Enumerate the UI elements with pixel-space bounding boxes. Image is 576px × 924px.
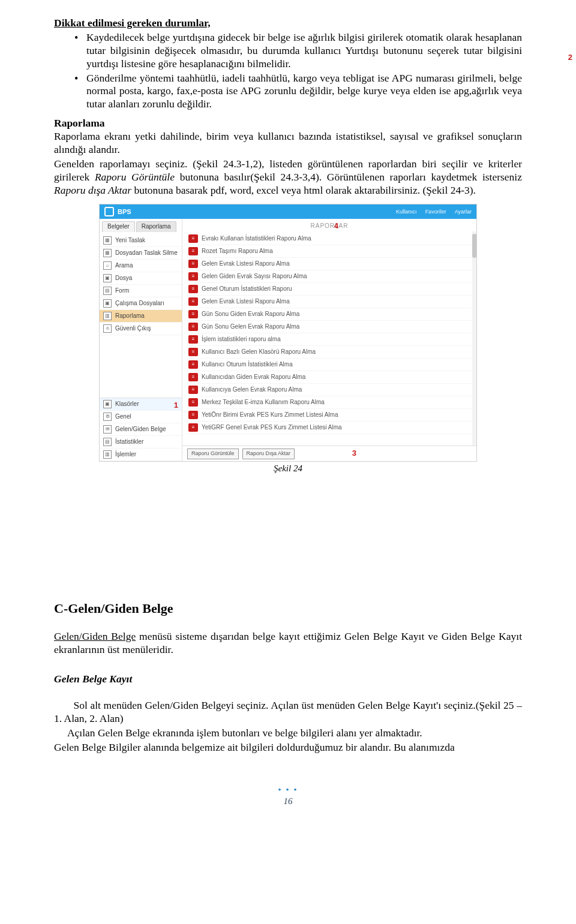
page-footer: • • • 16: [54, 784, 522, 807]
lbottom-label: İstatistikler: [115, 438, 143, 446]
dikkat-heading: Dikkat edilmesi gereken durumlar,: [54, 17, 522, 30]
stats-icon: ▤: [103, 438, 112, 446]
gg-para: Gelen/Giden Belge menüsü sisteme dışarıd…: [54, 630, 522, 657]
right-header: RAPORLAR 4: [182, 219, 476, 231]
tab-belgeler[interactable]: Belgeler: [102, 221, 135, 232]
section-c-heading: C-Gelen/Giden Belge: [54, 600, 522, 617]
report-list-item[interactable]: ≡Gün Sonu Giden Evrak Raporu Alma: [187, 308, 472, 321]
folder-icon: ▣: [103, 400, 112, 408]
report-item-label: Kullanıcı Bazlı Gelen Klasörü Raporu Alm…: [202, 348, 316, 356]
bullet-1: Kaydedilecek belge yurtdışına gidecek bi…: [54, 31, 522, 71]
report-icon: ▥: [103, 312, 112, 320]
ops-icon: ▥: [103, 450, 112, 459]
report-badge-icon: ≡: [188, 272, 198, 281]
report-item-label: Rozet Taşımı Raporu Alma: [202, 248, 273, 255]
report-list-item[interactable]: ≡Gelen Evrak Listesi Raporu Alma: [187, 258, 472, 270]
bullet-2: Gönderilme yöntemi taahhütlü, iadeli taa…: [54, 72, 522, 112]
bullet-1-text: Kaydedilecek belge yurtdışına gidecek bi…: [86, 31, 522, 70]
report-list-item[interactable]: ≡Kullanıcıya Gelen Evrak Raporu Alma: [187, 384, 472, 396]
header-user[interactable]: Kullanıcı: [396, 209, 417, 215]
report-list-item[interactable]: ≡YetiGRF Genel Evrak PES Kurs Zimmet Lis…: [187, 422, 472, 434]
callout-1: 1: [174, 401, 178, 410]
rp2-italic1: Raporu Görüntüle: [95, 171, 175, 183]
report-badge-icon: ≡: [188, 423, 198, 432]
lnav-label: Arama: [115, 262, 133, 270]
lbottom-islemler[interactable]: ▥ İşlemler: [100, 449, 182, 461]
btn-raporu-disa-aktar[interactable]: Raporu Dışa Aktar: [242, 449, 295, 459]
lnav-arama[interactable]: ⌕ Arama: [100, 260, 182, 272]
gg-underline: Gelen/Giden Belge: [54, 630, 136, 642]
report-list-item[interactable]: ≡Rozet Taşımı Raporu Alma: [187, 245, 472, 258]
report-item-label: Gelen Evrak Listesi Raporu Alma: [202, 298, 290, 306]
lnav-dosya[interactable]: ▣ Dosya: [100, 272, 182, 285]
lbottom-genel[interactable]: ⚙ Genel: [100, 411, 182, 423]
report-item-label: Gelen Giden Evrak Sayısı Raporu Alma: [202, 273, 307, 281]
report-badge-icon: ≡: [188, 297, 198, 306]
report-list-item[interactable]: ≡Kullanıcı Oturum İstatistikleri Alma: [187, 359, 472, 371]
lnav-yeni-taslak[interactable]: ▦ Yeni Taslak: [100, 234, 182, 247]
report-list-item[interactable]: ≡Kullanıcıdan Giden Evrak Raporu Alma: [187, 371, 472, 384]
report-item-label: Gün Sonu Gelen Evrak Raporu Alma: [202, 323, 299, 331]
report-list-item[interactable]: ≡Evrakı Kullanan İstatistikleri Raporu A…: [187, 233, 472, 245]
lnav-guvenli-cikis[interactable]: ⎋ Güvenli Çıkış: [100, 323, 182, 335]
doc-icon: ▦: [103, 236, 112, 245]
folder-icon: ▣: [103, 274, 112, 282]
report-list-item[interactable]: ≡YetiÖnr Birimi Evrak PES Kurs Zimmet Li…: [187, 409, 472, 422]
right-header-title: RAPORLAR: [310, 222, 348, 229]
lbottom-klasorler[interactable]: ▣ Klasörler: [100, 398, 182, 411]
report-badge-icon: ≡: [188, 323, 198, 331]
lnav-form[interactable]: ▤ Form: [100, 285, 182, 297]
scrollbar[interactable]: [472, 231, 476, 446]
btn-raporu-goruntule[interactable]: Raporu Görüntüle: [187, 449, 239, 459]
doc-icon: ▦: [103, 249, 112, 257]
report-list-item[interactable]: ≡İşlem istatistikleri raporu alma: [187, 333, 472, 346]
search-icon: ⌕: [103, 261, 112, 270]
sidebar-tabbar: Belgeler Raporlama: [100, 219, 182, 232]
para-4: Açılan Gelen Belge ekranında işlem buton…: [54, 727, 522, 740]
footer-dots-icon: • • •: [278, 785, 298, 794]
lnav-label: Yeni Taslak: [115, 237, 145, 245]
report-item-label: Gün Sonu Giden Evrak Raporu Alma: [202, 311, 299, 318]
rp2-italic2: Raporu dışa Aktar: [54, 184, 131, 196]
lnav-raporlama[interactable]: ▥ Raporlama: [100, 310, 182, 323]
lnav-dosyadan-taslak[interactable]: ▦ Dosyadan Taslak Silme: [100, 247, 182, 260]
lnav-label: Dosya: [115, 275, 132, 282]
report-list-item[interactable]: ≡Genel Oturum İstatistikleri Raporu: [187, 283, 472, 296]
right-panel: RAPORLAR 4 ≡Evrakı Kullanan İstatistikle…: [182, 219, 476, 461]
lbottom-label: Gelen/Giden Belge: [115, 426, 166, 434]
report-list-item[interactable]: ≡Kullanıcı Bazlı Gelen Klasörü Raporu Al…: [187, 346, 472, 359]
lnav-label: Form: [115, 287, 129, 295]
form-icon: ▤: [103, 287, 112, 295]
para-3: Sol alt menüden Gelen/Giden Belgeyi seçi…: [54, 699, 522, 726]
report-badge-icon: ≡: [188, 285, 198, 293]
bullet-list: Kaydedilecek belge yurtdışına gidecek bi…: [54, 31, 522, 111]
report-list-item[interactable]: ≡Gelen Evrak Listesi Raporu Alma: [187, 296, 472, 308]
raporlama-title: Raporlama: [54, 117, 522, 130]
report-item-label: Kullanıcı Oturum İstatistikleri Alma: [202, 361, 293, 369]
lbottom-label: İşlemler: [115, 451, 136, 459]
report-item-label: Evrakı Kullanan İstatistikleri Raporu Al…: [202, 235, 311, 243]
header-settings[interactable]: Ayarlar: [455, 209, 472, 215]
report-badge-icon: ≡: [188, 260, 198, 268]
lbottom-label: Genel: [115, 413, 131, 421]
report-item-label: İşlem istatistikleri raporu alma: [202, 336, 281, 344]
report-list-item[interactable]: ≡Gelen Giden Evrak Sayısı Raporu Alma: [187, 270, 472, 283]
lnav-calisma[interactable]: ▣ Çalışma Dosyaları: [100, 297, 182, 310]
figure-caption: Şekil 24: [54, 463, 522, 474]
header-favorites[interactable]: Favoriler: [425, 209, 446, 215]
gear-icon: ⚙: [103, 413, 112, 421]
report-list-item[interactable]: ≡Merkez Teşkilat E-imza Kullanım Raporu …: [187, 396, 472, 409]
lbottom-gelen-giden[interactable]: ✉ Gelen/Giden Belge: [100, 423, 182, 436]
report-item-label: Merkez Teşkilat E-imza Kullanım Raporu A…: [202, 399, 325, 407]
rp2-b: butonuna basılır(Şekil 24.3-3,4). Görünt…: [175, 171, 522, 183]
report-item-label: YetiGRF Genel Evrak PES Kurs Zimmet List…: [202, 424, 342, 432]
report-footer: Raporu Görüntüle Raporu Dışa Aktar 3: [182, 446, 476, 461]
scrollbar-thumb[interactable]: [472, 234, 476, 258]
callout-3: 3: [352, 449, 356, 458]
report-list-item[interactable]: ≡Gün Sonu Gelen Evrak Raporu Alma: [187, 321, 472, 333]
report-badge-icon: ≡: [188, 310, 198, 318]
lbottom-istatistik[interactable]: ▤ İstatistikler: [100, 436, 182, 449]
tab-raporlama[interactable]: Raporlama: [136, 221, 176, 232]
callout-4: 4: [334, 221, 338, 231]
callout-2: 2: [568, 53, 572, 62]
